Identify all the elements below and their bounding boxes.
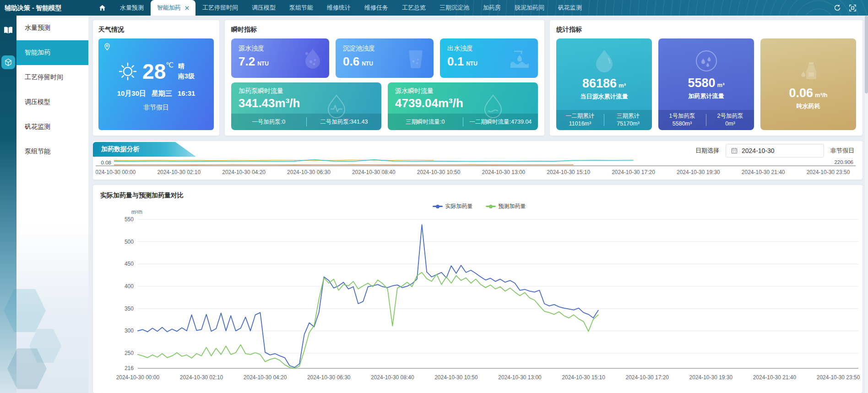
close-tab-icon[interactable] <box>185 6 189 10</box>
sub-name: 一二期累计 <box>566 113 595 119</box>
app-title: 辅助决策 - 智能模型 <box>0 0 92 16</box>
tile-unit: NTU <box>362 60 373 67</box>
flow-sub-row: 一号加药泵:0 二号加药泵:341.43 <box>231 114 381 130</box>
location-pin-icon <box>104 43 110 50</box>
scrollbar-thumb[interactable] <box>865 16 868 93</box>
tile-value: 7.2 <box>239 55 255 68</box>
svg-text:2024-10-30 19:30: 2024-10-30 19:30 <box>677 169 720 175</box>
fullscreen-icon[interactable] <box>849 5 856 11</box>
tab-label: 水量预测 <box>120 4 144 12</box>
vertical-scrollbar <box>865 16 868 393</box>
pump1-flow: 一号加药泵:0 <box>231 118 306 126</box>
droplet-pulse-icon <box>324 93 349 119</box>
tile-dosing-pump-flow: 加药泵瞬时流量 341.43m³/h 一号加药泵:0 <box>231 82 381 130</box>
svg-text:2024-10-30 08:40: 2024-10-30 08:40 <box>352 169 396 175</box>
tab-phase3-sedimentation[interactable]: 三期沉淀池 <box>433 0 476 16</box>
time-text: 16:31 <box>178 89 195 98</box>
svg-text:500: 500 <box>125 239 134 245</box>
tab-process-overview[interactable]: 工艺总览 <box>395 0 433 16</box>
topbar: 辅助决策 - 智能模型 水量预测 智能加药 工艺停留时间 调压模型 泵组节能 维… <box>0 0 868 16</box>
tile-value: 4739.04 <box>395 96 438 110</box>
bottle-droplet-icon <box>796 59 821 83</box>
date-picker-input[interactable]: 2024-10-30 <box>726 144 824 158</box>
tab-pump-energy[interactable]: 泵组节能 <box>282 0 320 16</box>
sidebar-item-water-forecast[interactable]: 水量预测 <box>16 16 88 40</box>
tab-dosing-room[interactable]: 加药房 <box>476 0 508 16</box>
tab-maintenance-tasks[interactable]: 维修任务 <box>358 0 395 16</box>
legend-predicted[interactable]: 预测加药量 <box>486 202 526 210</box>
analysis-controls: 日期选择 2024-10-30 非节假日 <box>695 141 863 158</box>
tab-label: 工艺总览 <box>402 4 426 12</box>
stat-label: 吨水药耗 <box>797 102 820 110</box>
tab-label: 矾花监测 <box>558 4 582 12</box>
menu-label: 工艺停留时间 <box>25 73 63 82</box>
refresh-icon[interactable] <box>834 4 841 11</box>
droplet-outline-icon <box>480 93 506 119</box>
rail-item-book[interactable] <box>0 22 16 38</box>
tile-sedimentation-turbidity: 沉淀池浊度 0.6NTU <box>336 38 434 78</box>
home-icon[interactable] <box>92 0 113 16</box>
tab-process-retention[interactable]: 工艺停留时间 <box>195 0 245 16</box>
instant-section-title: 瞬时指标 <box>231 26 538 34</box>
stat-label: 当日源水累计流量 <box>580 93 628 101</box>
page-body: 水量预测 智能加药 工艺停留时间 调压模型 矾花监测 泵组节能 天气情况 <box>0 16 868 393</box>
metrics-row: 天气情况 28 ℃ <box>93 20 863 136</box>
svg-text:2024-10-30 10:50: 2024-10-30 10:50 <box>434 374 478 381</box>
sub-value: 0m³ <box>725 120 735 127</box>
main-chart-svg: m³/h2162503003504004505005502024-10-30 0… <box>100 210 863 393</box>
tab-floc-monitoring[interactable]: 矾花监测 <box>551 0 589 16</box>
svg-text:216: 216 <box>125 365 134 371</box>
sidebar-item-process-retention[interactable]: 工艺停留时间 <box>16 65 88 90</box>
tile-source-flow: 源水瞬时流量 4739.04m³/h 三期瞬时流量:0 <box>388 82 538 130</box>
sub-value: 5580m³ <box>673 120 692 127</box>
tile-unit: NTU <box>257 60 269 67</box>
tab-water-forecast[interactable]: 水量预测 <box>113 0 151 16</box>
pump2-flow: 二号加药泵:341.43 <box>307 118 382 126</box>
tab-smart-dosing[interactable]: 智能加药 <box>151 0 195 16</box>
phase12-flow: 一二期瞬时流量:4739.04 <box>463 118 538 126</box>
tab-maintenance-stats[interactable]: 维修统计 <box>320 0 358 16</box>
tile-dosing-total: 5580m³ 加药累计流量 1号加药泵5580m³ 2号加药泵0m³ <box>658 38 754 130</box>
dosing-analysis-card: 加药数据分析 日期选择 2024-10-30 非节假日 0.08220.906 <box>93 141 863 180</box>
model-cube-icon <box>4 58 12 66</box>
svg-text:300: 300 <box>125 328 134 334</box>
svg-text:2024-10-30 04:20: 2024-10-30 04:20 <box>244 374 287 381</box>
svg-text:2024-10-30 17:20: 2024-10-30 17:20 <box>612 169 655 175</box>
svg-text:250: 250 <box>125 350 134 356</box>
droplet-bubbles-icon <box>299 46 323 70</box>
svg-text:2024-10-30 15:10: 2024-10-30 15:10 <box>547 169 590 175</box>
tile-source-turbidity: 源水浊度 7.2NTU <box>231 38 329 78</box>
weather-panel: 28 ℃ 晴 南3级 10月30日 星期三 16:31 <box>98 38 214 130</box>
tile-daily-source-total: 86186m³ 当日源水累计流量 一二期累计11016m³ 三期累计75170m… <box>556 38 652 130</box>
mini-chart: 0.08220.9062024-10-30 00:002024-10-30 02… <box>93 158 863 179</box>
tab-pressure-model[interactable]: 调压模型 <box>245 0 282 16</box>
active-rail-highlight <box>1 55 15 69</box>
holiday-status: 非节假日 <box>143 104 169 112</box>
weather-temp-row: 28 ℃ 晴 南3级 <box>118 61 195 82</box>
tile-value: 0.6 <box>343 55 359 68</box>
svg-text:400: 400 <box>125 283 134 289</box>
calendar-icon <box>731 147 738 154</box>
tab-desludge-dosing[interactable]: 脱泥加药间 <box>508 0 551 16</box>
sidebar-item-smart-dosing[interactable]: 智能加药 <box>16 40 88 65</box>
phase3-flow: 三期瞬时流量:0 <box>388 118 463 126</box>
weather-card: 天气情况 28 ℃ <box>93 20 219 136</box>
sidebar-item-floc-monitoring[interactable]: 矾花监测 <box>16 115 88 139</box>
temperature-value: 28 <box>142 61 166 82</box>
stat-value: 86186 <box>582 76 617 90</box>
sidebar-item-pump-energy[interactable]: 泵组节能 <box>16 139 88 164</box>
svg-text:2024-10-30 06:30: 2024-10-30 06:30 <box>287 169 331 175</box>
svg-text:450: 450 <box>125 261 134 267</box>
stat-label: 加药累计流量 <box>689 92 724 100</box>
condition-text: 晴 <box>178 62 195 71</box>
tile-unit: m³/h <box>275 96 300 110</box>
legend-actual[interactable]: 实际加药量 <box>433 202 473 210</box>
sub-name: 三期累计 <box>617 113 640 119</box>
rail-item-model[interactable] <box>0 54 16 71</box>
sub-name: 2号加药泵 <box>717 113 743 119</box>
svg-text:2024-10-30 19:30: 2024-10-30 19:30 <box>689 374 733 381</box>
legend-marker-actual <box>433 205 443 208</box>
sidebar-item-pressure-model[interactable]: 调压模型 <box>16 90 88 115</box>
tab-label: 泵组节能 <box>289 4 313 12</box>
sub-name: 1号加药泵 <box>669 113 695 119</box>
